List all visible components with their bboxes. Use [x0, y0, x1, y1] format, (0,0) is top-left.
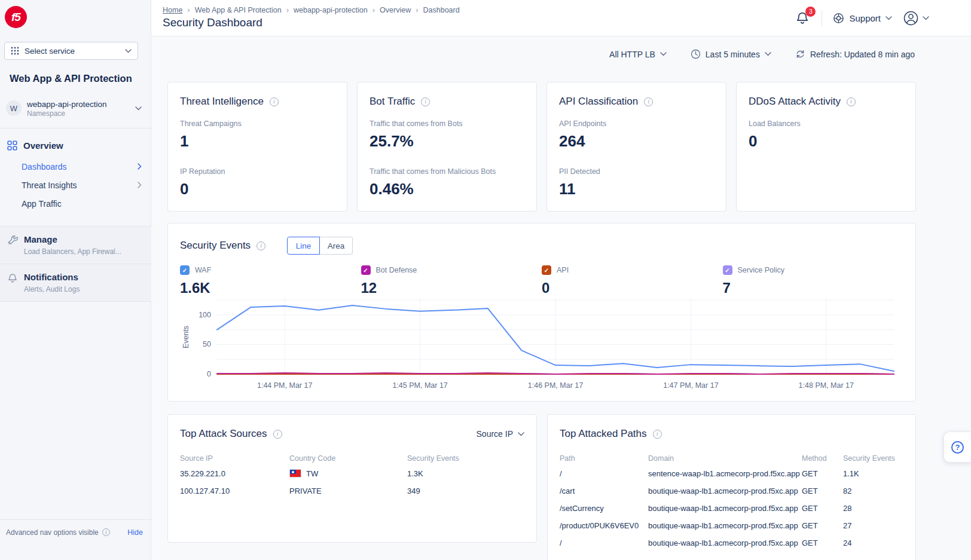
metric-value: 264	[559, 132, 714, 151]
help-question-icon	[951, 441, 964, 454]
group-by-dropdown[interactable]: Source IP	[477, 429, 524, 439]
svg-text:Events: Events	[182, 326, 190, 348]
support-label: Support	[849, 13, 881, 23]
breadcrumb-waap[interactable]: Web App & API Protection	[195, 6, 282, 14]
namespace-selector[interactable]: W webapp-api-protection Namespace	[0, 94, 151, 122]
service-policy-checkbox[interactable]	[723, 265, 732, 275]
path-cell: /setCurrency	[560, 500, 648, 517]
breadcrumb-overview[interactable]: Overview	[380, 6, 411, 14]
sidebar: f5 Select service Web App & API Protecti…	[0, 0, 151, 560]
path-cell: /product/0PUK6V6EV0	[560, 517, 648, 534]
bot-defense-checkbox[interactable]	[361, 265, 371, 275]
breadcrumb-namespace[interactable]: webapp-api-protection	[294, 6, 368, 14]
account-menu[interactable]	[903, 10, 929, 26]
area-toggle-button[interactable]: Area	[320, 237, 353, 255]
svg-text:1:48 PM, Mar 17: 1:48 PM, Mar 17	[799, 381, 854, 390]
wrench-icon	[7, 235, 18, 246]
help-button[interactable]	[943, 432, 971, 463]
country-cell: TW	[289, 465, 407, 482]
chevron-down-icon	[135, 106, 142, 111]
sidebar-item-overview[interactable]: Overview	[0, 135, 151, 155]
refresh-button[interactable]: Refresh: Updated 8 min ago	[795, 49, 915, 59]
table-row[interactable]: / boutique-waap-lb1.acmecorp-prod.f5xc.a…	[560, 534, 903, 552]
events-cell: 27	[843, 517, 903, 534]
info-icon[interactable]	[421, 97, 430, 106]
breadcrumb-separator	[416, 5, 418, 14]
overview-grid-icon	[7, 140, 17, 151]
method-cell: GET	[802, 534, 843, 552]
svg-text:1:45 PM, Mar 17: 1:45 PM, Mar 17	[392, 381, 447, 390]
events-cell: 82	[843, 482, 903, 500]
column-header: Security Events	[843, 452, 903, 465]
info-icon[interactable]	[644, 97, 653, 106]
refresh-status-text: Refresh: Updated 8 min ago	[810, 50, 915, 59]
select-service-label: Select service	[25, 47, 75, 56]
time-range-filter[interactable]: Last 5 minutes	[691, 49, 771, 59]
advanced-nav-text: Advanced nav options visible	[6, 528, 99, 537]
f5-logo[interactable]: f5	[5, 6, 27, 28]
support-menu[interactable]: Support	[833, 13, 892, 24]
legend-label: Bot Defense	[376, 266, 417, 274]
sidebar-item-app-traffic[interactable]: App Traffic	[0, 194, 151, 213]
table-row[interactable]: 35.229.221.0 TW 1.3K	[180, 465, 524, 482]
line-toggle-button[interactable]: Line	[287, 237, 320, 255]
column-header: Path	[560, 452, 648, 465]
chevron-down-icon	[660, 52, 667, 56]
events-cell: 1.3K	[407, 465, 524, 482]
sidebar-item-notifications[interactable]: Notifications Alerts, Audit Logs	[0, 264, 151, 301]
namespace-type: Namespace	[27, 109, 107, 118]
chevron-right-icon	[138, 182, 142, 188]
namespace-name: webapp-api-protection	[27, 99, 107, 109]
topbar-divider	[822, 11, 822, 26]
metric-label: IP Reputation	[180, 167, 335, 176]
security-events-chart: 1:44 PM, Mar 171:45 PM, Mar 171:46 PM, M…	[180, 294, 905, 394]
waf-checkbox[interactable]	[180, 265, 190, 275]
breadcrumb-separator	[187, 5, 190, 14]
select-service-dropdown[interactable]: Select service	[4, 42, 138, 60]
info-icon[interactable]	[270, 97, 279, 106]
table-row[interactable]: /product/0PUK6V6EV0 boutique-waap-lb1.ac…	[560, 517, 903, 534]
legend-item-api: API 0	[542, 265, 723, 296]
domain-cell: boutique-waap-lb1.acmecorp-prod.f5xc.app	[648, 500, 802, 517]
svg-text:100: 100	[199, 311, 211, 319]
breadcrumb-home[interactable]: Home	[163, 6, 182, 14]
table-row[interactable]: / sentence-waap-lb1.acmecorp-prod.f5xc.a…	[560, 465, 903, 482]
api-checkbox[interactable]	[542, 265, 551, 275]
group-by-value: Source IP	[477, 429, 513, 439]
notification-count-badge: 3	[805, 7, 816, 17]
bot-traffic-card: Bot Traffic Traffic that comes from Bots…	[357, 82, 537, 212]
threat-insights-label: Threat Insights	[22, 180, 77, 190]
info-icon[interactable]	[847, 97, 856, 106]
svg-text:0: 0	[207, 370, 211, 378]
events-cell: 349	[407, 482, 524, 500]
sidebar-sections: Manage Load Balancers, App Firewal... No…	[0, 226, 151, 302]
grid-dots-icon	[11, 47, 19, 55]
card-title: Security Events	[180, 240, 251, 252]
events-cell: 1.1K	[843, 465, 903, 482]
line-chart-canvas: 1:44 PM, Mar 171:45 PM, Mar 171:46 PM, M…	[180, 294, 905, 394]
table-row[interactable]: 100.127.47.10 PRIVATE 349	[180, 482, 524, 500]
info-icon[interactable]	[653, 430, 662, 439]
metric-label: Threat Campaigns	[180, 120, 335, 128]
sidebar-item-threat-insights[interactable]: Threat Insights	[0, 176, 151, 194]
column-header: Source IP	[180, 452, 289, 465]
sidebar-item-dashboards[interactable]: Dashboards	[0, 157, 151, 176]
metric-value: 0.46%	[370, 180, 524, 198]
info-icon[interactable]	[257, 241, 265, 250]
table-row[interactable]: /setCurrency boutique-waap-lb1.acmecorp-…	[560, 500, 903, 517]
sidebar-item-manage[interactable]: Manage Load Balancers, App Firewal...	[0, 227, 151, 264]
metric-value: 0	[180, 180, 335, 198]
info-icon[interactable]	[273, 430, 282, 439]
table-row[interactable]: /cart boutique-waap-lb1.acmecorp-prod.f5…	[560, 482, 903, 500]
load-balancer-filter[interactable]: All HTTP LB	[609, 50, 667, 59]
hide-nav-button[interactable]: Hide	[127, 528, 143, 537]
events-cell: 24	[843, 534, 903, 552]
sidebar-footer: Advanced nav options visible Hide	[0, 519, 151, 560]
topbar: Home Web App & API Protection webapp-api…	[151, 0, 971, 36]
info-icon	[102, 528, 110, 536]
top-attack-sources-card: Top Attack Sources Source IP Source IP C…	[167, 414, 537, 543]
metric-value: 25.7%	[370, 132, 524, 151]
domain-cell: boutique-waap-lb1.acmecorp-prod.f5xc.app	[648, 517, 802, 534]
chevron-down-icon	[885, 16, 892, 20]
notifications-bell-button[interactable]: 3	[795, 11, 811, 26]
